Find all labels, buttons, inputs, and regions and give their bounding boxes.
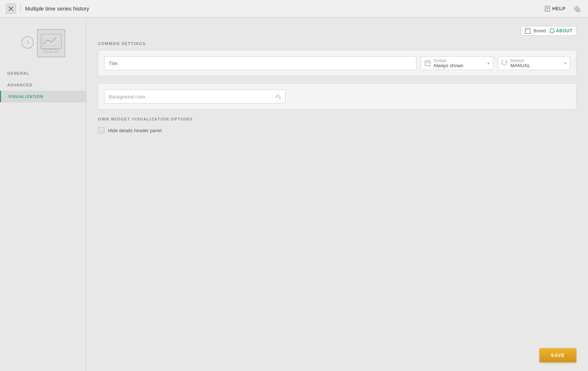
toolbar-select[interactable]: Toolbar Always shown ▾ bbox=[421, 56, 493, 70]
toolbar-label: Toolbar bbox=[433, 58, 463, 63]
info-icon: i bbox=[550, 28, 555, 33]
visualization-section: Background color OWN WIDGET VISUALIZATIO… bbox=[98, 83, 576, 135]
help-label: HELP bbox=[552, 6, 566, 11]
save-area: SAVE bbox=[539, 348, 576, 362]
divider bbox=[20, 4, 21, 13]
hide-details-checkbox[interactable] bbox=[98, 127, 104, 134]
calendar-icon bbox=[425, 60, 431, 66]
body-layout: GENERAL ADVANCED VISUALIZATION Boxed i A… bbox=[0, 17, 588, 371]
svg-line-11 bbox=[28, 42, 30, 44]
hide-details-label: Hide details header panel bbox=[108, 128, 161, 133]
help-book-icon bbox=[544, 6, 550, 12]
top-right-controls: HELP ⚙ bbox=[544, 3, 582, 14]
boxed-about-control: Boxed i ABOUT bbox=[521, 26, 576, 36]
widget-icon-area bbox=[0, 22, 86, 65]
common-settings-card: Toolbar Always shown ▾ Refresh bbox=[98, 50, 576, 76]
toolbar-value: Always shown bbox=[433, 63, 463, 68]
refresh-field-labels: Refresh MANUAL bbox=[510, 58, 530, 68]
background-color-field[interactable]: Background color bbox=[104, 90, 285, 103]
own-widget-section: OWN WIDGET VISUALIZATION OPTIONS Hide de… bbox=[98, 117, 576, 135]
title-field-group bbox=[104, 56, 416, 70]
sidebar-item-advanced[interactable]: ADVANCED bbox=[0, 79, 86, 91]
background-color-placeholder: Background color bbox=[109, 94, 275, 99]
svg-rect-12 bbox=[41, 34, 61, 49]
boxed-label: Boxed bbox=[534, 28, 546, 33]
nav-section: GENERAL ADVANCED VISUALIZATION bbox=[0, 65, 86, 105]
common-settings-section: COMMON SETTINGS bbox=[98, 41, 576, 76]
sidebar: GENERAL ADVANCED VISUALIZATION bbox=[0, 17, 86, 371]
common-settings-title: COMMON SETTINGS bbox=[98, 41, 576, 46]
svg-rect-22 bbox=[525, 28, 530, 33]
save-button[interactable]: SAVE bbox=[539, 348, 576, 362]
top-bar: Multiple time series history HELP ⚙ bbox=[0, 0, 588, 17]
toolbar-field-labels: Toolbar Always shown bbox=[433, 58, 463, 68]
visualization-card: Background color bbox=[98, 83, 576, 110]
refresh-value: MANUAL bbox=[510, 63, 530, 68]
widget-preview-icon bbox=[37, 29, 65, 57]
title-input[interactable] bbox=[104, 56, 416, 70]
refresh-select[interactable]: Refresh MANUAL ▾ bbox=[498, 56, 570, 70]
layout-icon bbox=[525, 28, 531, 34]
gear-icon: ⚙ bbox=[573, 5, 580, 12]
svg-rect-26 bbox=[425, 61, 430, 66]
own-widget-title: OWN WIDGET VISUALIZATION OPTIONS bbox=[98, 117, 576, 121]
page-title: Multiple time series history bbox=[25, 5, 540, 12]
sidebar-item-general[interactable]: GENERAL bbox=[0, 68, 86, 79]
svg-point-30 bbox=[279, 97, 281, 99]
main-content: Boxed i ABOUT COMMON SETTINGS bbox=[86, 17, 588, 371]
sidebar-item-visualization[interactable]: VISUALIZATION bbox=[0, 91, 86, 102]
top-controls: Boxed i ABOUT bbox=[98, 26, 576, 36]
small-clock-icon bbox=[21, 36, 34, 50]
refresh-label: Refresh bbox=[510, 58, 530, 63]
refresh-icon bbox=[502, 60, 507, 66]
about-label: ABOUT bbox=[556, 28, 572, 33]
about-button[interactable]: i ABOUT bbox=[550, 28, 572, 33]
toolbar-arrow-icon: ▾ bbox=[488, 61, 489, 65]
svg-text:⚙: ⚙ bbox=[578, 10, 580, 12]
svg-line-13 bbox=[43, 40, 48, 44]
close-button[interactable] bbox=[6, 4, 16, 14]
settings-button[interactable]: ⚙ bbox=[571, 3, 582, 14]
svg-line-15 bbox=[52, 37, 56, 42]
hide-details-row: Hide details header panel bbox=[98, 126, 576, 135]
help-button[interactable]: HELP bbox=[544, 6, 566, 12]
svg-line-14 bbox=[48, 40, 52, 42]
paint-bucket-icon[interactable] bbox=[275, 93, 281, 100]
refresh-arrow-icon: ▾ bbox=[564, 61, 566, 65]
settings-row: Toolbar Always shown ▾ Refresh bbox=[104, 56, 570, 70]
svg-text:i: i bbox=[551, 30, 552, 33]
